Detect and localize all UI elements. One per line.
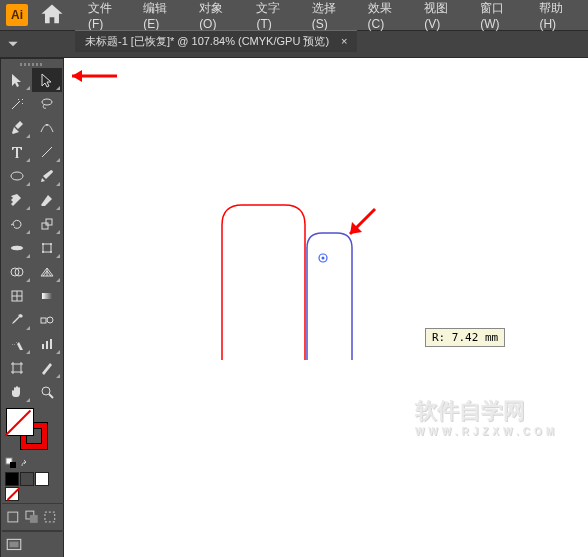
svg-rect-32 <box>10 542 19 548</box>
curvature-tool[interactable] <box>32 116 62 140</box>
perspective-grid-tool[interactable] <box>32 260 62 284</box>
swatch-black[interactable] <box>5 472 19 486</box>
menu-select[interactable]: 选择(S) <box>304 0 360 31</box>
svg-rect-19 <box>42 344 44 349</box>
svg-rect-6 <box>43 244 51 252</box>
svg-rect-29 <box>30 515 38 523</box>
scale-tool[interactable] <box>32 212 62 236</box>
gradient-tool[interactable] <box>32 284 62 308</box>
direct-selection-tool[interactable] <box>32 68 62 92</box>
tool-panel <box>0 58 64 557</box>
menu-edit[interactable]: 编辑(E) <box>135 0 191 31</box>
home-button[interactable] <box>38 4 66 26</box>
svg-point-3 <box>11 172 23 180</box>
svg-point-18 <box>47 317 53 323</box>
menu-type[interactable]: 文字(T) <box>248 0 303 31</box>
menu-object[interactable]: 对象(O) <box>191 0 248 31</box>
shape-builder-tool[interactable] <box>2 260 32 284</box>
swatch-white[interactable] <box>35 472 49 486</box>
menu-help[interactable]: 帮助(H) <box>531 0 588 31</box>
svg-rect-22 <box>13 364 21 372</box>
svg-point-9 <box>42 251 44 253</box>
zoom-tool[interactable] <box>32 380 62 404</box>
svg-point-1 <box>46 124 48 126</box>
magic-wand-tool[interactable] <box>2 92 32 116</box>
line-segment-tool[interactable] <box>32 140 62 164</box>
svg-rect-21 <box>50 339 52 349</box>
svg-point-0 <box>42 99 52 105</box>
rectangle-tool[interactable] <box>2 164 32 188</box>
width-tool[interactable] <box>2 236 32 260</box>
svg-rect-16 <box>42 293 52 299</box>
fill-color[interactable] <box>6 408 34 436</box>
shaper-tool[interactable] <box>2 188 32 212</box>
tab-title: 未标题-1 [已恢复]* @ 107.84% (CMYK/GPU 预览) <box>85 34 329 49</box>
tab-close-button[interactable]: × <box>341 35 347 47</box>
document-tab-bar: 未标题-1 [已恢复]* @ 107.84% (CMYK/GPU 预览) × <box>75 30 357 52</box>
rotate-tool[interactable] <box>2 212 32 236</box>
hand-tool[interactable] <box>2 380 32 404</box>
menu-bar: Ai 文件(F) 编辑(E) 对象(O) 文字(T) 选择(S) 效果(C) 视… <box>0 0 588 30</box>
swatch-gray[interactable] <box>20 472 34 486</box>
svg-rect-26 <box>10 462 16 468</box>
eraser-tool[interactable] <box>32 188 62 212</box>
paintbrush-tool[interactable] <box>32 164 62 188</box>
free-transform-tool[interactable] <box>32 236 62 260</box>
svg-point-8 <box>50 243 52 245</box>
draw-normal-icon[interactable] <box>5 508 21 526</box>
draw-mode-row <box>2 503 64 531</box>
svg-rect-20 <box>46 341 48 349</box>
menu-effect[interactable]: 效果(C) <box>360 0 417 31</box>
menu-file[interactable]: 文件(F) <box>80 0 135 31</box>
svg-line-24 <box>49 394 53 398</box>
color-mini-controls <box>2 456 62 470</box>
svg-point-10 <box>50 251 52 253</box>
slice-tool[interactable] <box>32 356 62 380</box>
mesh-tool[interactable] <box>2 284 32 308</box>
draw-inside-icon[interactable] <box>42 508 58 526</box>
artboard-tool[interactable] <box>2 356 32 380</box>
swap-colors-icon[interactable] <box>19 457 31 469</box>
screen-mode-row <box>2 531 62 557</box>
svg-rect-27 <box>8 512 18 522</box>
canvas[interactable]: R: 7.42 mm 软件自学网 WWW.RJZXW.COM <box>75 60 588 557</box>
svg-point-33 <box>322 257 325 260</box>
selection-tool[interactable] <box>2 68 32 92</box>
svg-point-7 <box>42 243 44 245</box>
type-tool[interactable] <box>2 140 32 164</box>
radius-tooltip: R: 7.42 mm <box>425 328 505 347</box>
pen-tool[interactable] <box>2 116 32 140</box>
svg-rect-4 <box>42 223 48 229</box>
eyedropper-tool[interactable] <box>2 308 32 332</box>
svg-rect-17 <box>41 318 46 323</box>
annotation-arrow-1 <box>62 66 122 86</box>
draw-behind-icon[interactable] <box>24 508 40 526</box>
default-colors-icon[interactable] <box>5 457 17 469</box>
blend-tool[interactable] <box>32 308 62 332</box>
app-logo: Ai <box>6 4 28 26</box>
swatch-none[interactable] <box>5 487 19 501</box>
swatch-row <box>2 470 62 503</box>
menu-window[interactable]: 窗口(W) <box>472 0 531 31</box>
svg-point-23 <box>42 387 50 395</box>
red-shape <box>222 205 305 360</box>
lasso-tool[interactable] <box>32 92 62 116</box>
fill-stroke-indicator[interactable] <box>6 408 50 452</box>
document-tab[interactable]: 未标题-1 [已恢复]* @ 107.84% (CMYK/GPU 预览) × <box>75 31 357 52</box>
dock-handle[interactable] <box>2 60 62 68</box>
color-section <box>2 404 62 456</box>
svg-rect-30 <box>45 512 55 522</box>
column-graph-tool[interactable] <box>32 332 62 356</box>
screen-mode-icon[interactable] <box>5 536 23 554</box>
expand-icon[interactable] <box>6 37 20 51</box>
symbol-sprayer-tool[interactable] <box>2 332 32 356</box>
blue-shape <box>307 233 352 360</box>
annotation-arrow-2 <box>340 204 380 244</box>
artwork <box>75 60 588 557</box>
svg-rect-5 <box>46 219 52 225</box>
svg-line-2 <box>42 147 52 157</box>
menu-view[interactable]: 视图(V) <box>416 0 472 31</box>
